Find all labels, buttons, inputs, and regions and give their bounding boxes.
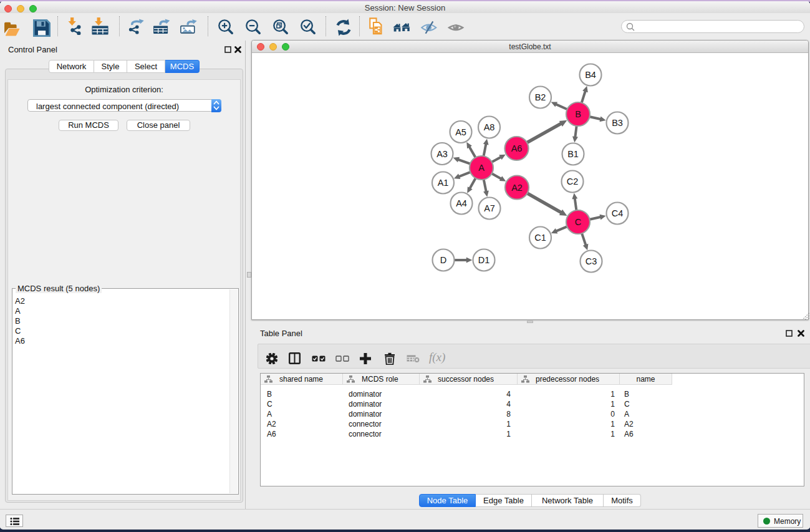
svg-text:C4: C4 (612, 208, 624, 218)
svg-text:A1: A1 (438, 178, 449, 188)
svg-text:A6: A6 (511, 143, 523, 153)
svg-text:A: A (478, 163, 485, 173)
svg-text:A5: A5 (455, 127, 466, 137)
svg-text:D: D (440, 255, 446, 265)
svg-text:D1: D1 (478, 255, 490, 265)
svg-text:A8: A8 (484, 122, 495, 132)
svg-text:B1: B1 (567, 149, 579, 159)
svg-text:C1: C1 (534, 233, 546, 243)
svg-text:B: B (575, 109, 581, 119)
svg-text:A4: A4 (456, 198, 467, 208)
svg-text:A7: A7 (484, 203, 495, 213)
svg-text:A2: A2 (511, 183, 523, 193)
svg-text:B4: B4 (585, 70, 596, 80)
svg-text:B3: B3 (612, 118, 623, 128)
svg-text:C3: C3 (586, 256, 597, 266)
svg-text:C2: C2 (567, 177, 579, 186)
svg-text:B2: B2 (535, 92, 546, 102)
svg-text:C: C (575, 217, 581, 227)
svg-text:A3: A3 (436, 149, 448, 159)
